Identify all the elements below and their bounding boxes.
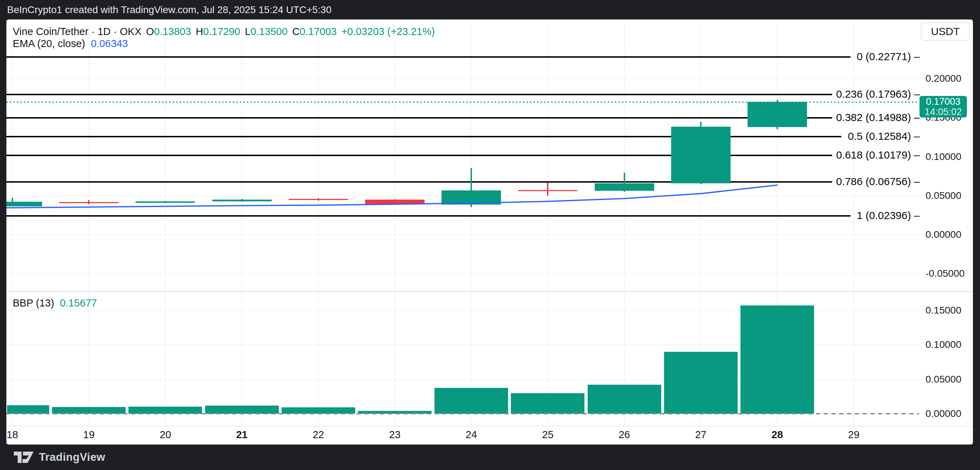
grid-line-vertical [547,19,548,426]
x-axis-label[interactable]: 20 [159,429,171,441]
bbp-bar [128,407,203,414]
candle-body [671,127,730,183]
tradingview-logo-icon[interactable] [13,451,34,463]
bbp-axis-label: 0.10000 [926,339,961,351]
x-axis-label[interactable]: 23 [389,429,401,441]
fib-level-line [6,117,832,119]
fib-level-label: 0.5 (0.12584) – [848,130,920,142]
grid-line-vertical [12,19,13,426]
grid-line-horizontal [6,273,919,274]
x-axis-label[interactable]: 24 [466,429,477,441]
grid-line-vertical [242,19,242,426]
ema-label: EMA (20, close) [13,38,85,49]
x-axis-label[interactable]: 29 [848,429,859,441]
fib-level-label: 0.786 (0.06756) – [836,175,920,188]
bbp-value: 0.15677 [60,297,97,309]
bbp-axis-label: 0.00000 [926,408,961,419]
bbp-bar [6,405,50,414]
banner-text: BeInCrypto1 created with TradingView.com… [7,4,331,16]
candle-body [6,202,42,206]
x-axis-label[interactable]: 22 [313,429,324,441]
currency-toggle-label: USDT [931,25,960,38]
candle-body [212,200,272,201]
bbp-bar [740,306,815,414]
price-axis-label: 0.20000 [926,73,961,84]
price-axis-label: 0.10000 [926,151,961,163]
currency-toggle-button[interactable]: USDT [921,22,970,41]
grid-line-vertical [395,19,395,426]
change-value: +0.03203 (+23.21%) [341,26,435,38]
grid-line-horizontal [6,78,919,79]
grid-line-vertical [471,19,472,426]
ohlc-token: C0.17003 [292,26,337,38]
fib-level-label: 0.382 (0.14988) – [836,111,920,123]
fib-level-line [6,56,851,58]
tradingview-logo-text[interactable]: TradingView [39,451,105,464]
candle-body [289,199,348,200]
ohlc-values: O0.13803H0.17290L0.13500C0.17003 [142,26,337,38]
candle-body [442,190,501,205]
fib-level-line [6,215,851,217]
ohlc-token: H0.17290 [196,26,240,38]
grid-line-vertical [853,19,854,426]
x-axis-label[interactable]: 27 [695,429,706,441]
bbp-label: BBP (13) [13,297,54,309]
grid-line-vertical [165,19,165,426]
grid-line-vertical [88,19,89,426]
bbp-bar [587,385,662,414]
candle-body [365,200,425,204]
fib-level-label: 1 (0.02396) – [857,210,920,221]
grid-line-horizontal [6,156,919,157]
last-price-value: 0.17003 [926,97,961,107]
x-axis-label[interactable]: 21 [236,429,247,441]
bottom-bar: TradingView [0,445,980,470]
x-axis-label[interactable]: 28 [772,429,783,441]
price-axis-label: 0.05000 [926,190,961,201]
chart-card: 0 (0.22771) –0.236 (0.17963) –0.382 (0.1… [6,19,973,445]
grid-line-horizontal [6,234,919,235]
candle-wick [547,183,548,196]
fib-level-label: 0.236 (0.17963) – [836,88,920,100]
grid-line-vertical [318,19,319,426]
price-axis-label: 0.00000 [926,229,961,240]
ohlc-token: L0.13500 [245,26,288,38]
symbol-legend-row[interactable]: Vine Coin/Tether · 1D · OKX O0.13803H0.1… [13,26,435,37]
candle-body [748,102,807,127]
bbp-axis-label: 0.05000 [926,374,961,385]
top-banner: BeInCrypto1 created with TradingView.com… [0,0,980,19]
chart-plot-area: 0 (0.22771) –0.236 (0.17963) –0.382 (0.1… [6,19,973,445]
price-axis-label: -0.05000 [926,268,965,279]
grid-line-vertical [624,19,625,426]
last-price-tag: 0.17003 14:05:02 [920,96,967,118]
fib-level-label: 0.618 (0.10179) – [836,149,920,161]
bar-countdown-timer: 14:05:02 [924,107,962,117]
bbp-axis-label: 0.15000 [926,305,961,316]
x-axis-label[interactable]: 26 [619,429,630,441]
bbp-bar [205,406,280,414]
candle-body [59,202,119,203]
fib-level-label: 0 (0.22771) – [857,51,920,63]
bbp-bar [510,393,585,414]
candle-body [595,183,654,191]
ema-value: 0.06343 [91,38,128,49]
candle-body [135,201,195,203]
x-axis-label[interactable]: 25 [542,429,553,441]
time-axis-border [6,426,973,427]
bbp-bar [663,352,738,414]
bbp-zero-line [6,413,919,414]
ohlc-token: O0.13803 [146,26,191,38]
bbp-legend-row[interactable]: BBP (13) 0.15677 [13,298,97,308]
pane-separator [6,291,973,292]
symbol-title: Vine Coin/Tether · 1D · OKX [13,26,142,38]
bbp-bar [434,388,509,414]
ema-legend-row[interactable]: EMA (20, close) 0.06343 [13,38,128,49]
fib-level-line [6,94,832,95]
candle-body [518,190,578,191]
page: BeInCrypto1 created with TradingView.com… [0,0,980,470]
x-axis-label[interactable]: 18 [7,429,18,441]
x-axis-label[interactable]: 19 [83,429,94,441]
